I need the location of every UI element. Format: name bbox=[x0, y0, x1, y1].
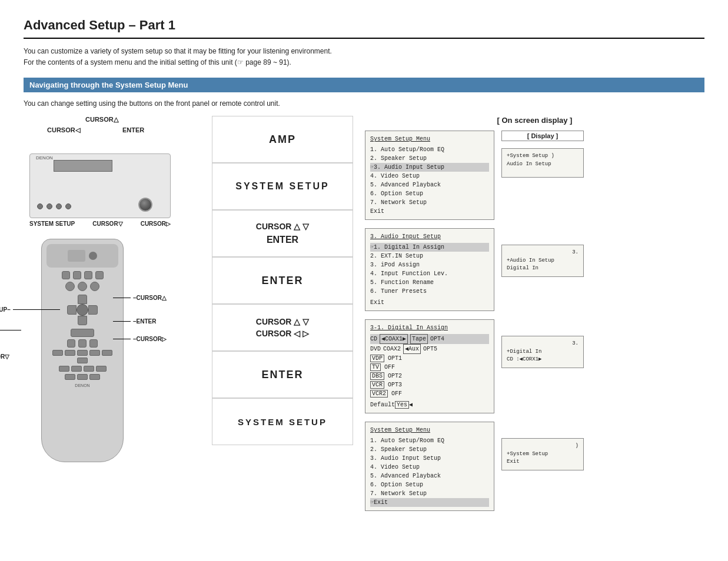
remote-system-setup-label: SYSTEM SETUP– bbox=[0, 306, 60, 313]
osd-screen-2-line-4: 4. Input Function Lev. bbox=[370, 269, 489, 278]
step-system-setup: SYSTEM SETUP bbox=[212, 163, 353, 210]
remote-cursor-right-label: –CURSOR▷ bbox=[113, 336, 167, 342]
osd-display-3: 3. +Digital In CD :◀CORX1▶ bbox=[501, 336, 584, 368]
osd-display-2: 3. +Audio In Setup Digital In bbox=[501, 245, 584, 277]
osd-screen-4-line-6: 6. Option Setup bbox=[370, 480, 489, 489]
osd-display-1-line-1: +System Setup ) bbox=[507, 152, 579, 161]
device-btn-3 bbox=[56, 203, 62, 209]
osd-row-2: 3. Audio Input Setup ☞1. Digital In Assi… bbox=[365, 228, 704, 311]
osd-screen-2-line-2: 2. EXT.IN Setup bbox=[370, 252, 489, 261]
step-enter-1-label: ENTER bbox=[267, 235, 298, 245]
remote-small-btn-4 bbox=[89, 350, 100, 356]
left-column: CURSOR△ CURSOR◁ ENTER DENON SYSTEM SETUP… bbox=[24, 116, 200, 519]
remote-btn-b bbox=[73, 271, 81, 279]
device-top-display bbox=[54, 160, 112, 172]
remote-dpad-down[interactable] bbox=[78, 316, 87, 325]
remote-dpad-center[interactable] bbox=[77, 304, 88, 316]
step-cursor-lr-label: CURSOR ◁ ▷ bbox=[256, 329, 309, 338]
remote-extra-btn-1 bbox=[59, 366, 69, 372]
osd-screen-1-line-6: 6. Option Setup bbox=[370, 189, 489, 198]
osd-display-col-2: 3. +Audio In Setup Digital In bbox=[501, 228, 584, 277]
osd-screen-2: 3. Audio Input Setup ☞1. Digital In Assi… bbox=[365, 228, 494, 311]
remote-small-btn-3 bbox=[77, 350, 88, 356]
osd-screen-4-line-2: 2. Speaker Setup bbox=[370, 445, 489, 454]
osd-screen-3-dvd-row: DVD COAX2 ◀Aux OPT5 bbox=[370, 344, 489, 354]
remote-circle-btn-c bbox=[90, 282, 99, 291]
system-setup-bottom-label: SYSTEM SETUP bbox=[29, 221, 75, 227]
remote-extra-buttons bbox=[46, 366, 118, 372]
osd-display-1: +System Setup ) Audio In Setup bbox=[501, 148, 584, 178]
cursor-down-bottom-label: CURSOR▽ bbox=[92, 221, 122, 227]
cursor-right-bottom-label: CURSOR▷ bbox=[141, 221, 171, 227]
device-labels-bottom: SYSTEM SETUP CURSOR▽ CURSOR▷ bbox=[29, 221, 171, 227]
section-desc: You can change setting using the buttons… bbox=[24, 99, 704, 108]
osd-screen-2-line-1: ☞1. Digital In Assign bbox=[370, 243, 489, 252]
remote-bottom-btn-1 bbox=[65, 374, 75, 380]
osd-display-title-1: [ Display ] bbox=[501, 131, 584, 141]
osd-screen-4-line-3: 3. Audio Input Setup bbox=[370, 454, 489, 463]
osd-screen-2-line-6: 6. Tuner Presets bbox=[370, 287, 489, 296]
remote-cursor-up-label: –CURSOR△ bbox=[113, 295, 167, 301]
remote-top-button bbox=[89, 252, 97, 260]
remote-dpad-up[interactable] bbox=[78, 295, 87, 304]
remote-cursor-left-label: CURSOR◁– bbox=[0, 327, 21, 333]
device-btn-4 bbox=[65, 203, 71, 209]
remote-enter-label: –ENTER bbox=[113, 318, 156, 325]
remote-top-display bbox=[68, 250, 85, 262]
osd-screen-1-line-8: Exit bbox=[370, 207, 489, 216]
remote-extra-btn-4 bbox=[96, 366, 107, 372]
remote-btn-a bbox=[62, 271, 70, 279]
device-top-knob bbox=[138, 198, 152, 212]
device-top-brand-label: DENON bbox=[36, 155, 53, 161]
osd-display-4: ) +System Setup Exit bbox=[501, 438, 584, 470]
step-enter-2: ENTER bbox=[212, 351, 353, 398]
remote-circle-btn-b bbox=[78, 282, 87, 291]
osd-screen-4: System Setup Menu 1. Auto Setup/Room EQ … bbox=[365, 422, 494, 511]
osd-display-2-line-1: 3. bbox=[507, 249, 579, 257]
osd-screen-3-cd-row: CD ◀COAX1▶ Tape OPT4 bbox=[370, 334, 489, 344]
step-enter-2-label: ENTER bbox=[261, 369, 303, 381]
cursor-up-label-top: CURSOR△ bbox=[85, 116, 118, 123]
osd-display-3-line-2: +Digital In bbox=[507, 348, 579, 356]
step-cursor-enter: CURSOR △ ▽ ENTER bbox=[212, 210, 353, 257]
remote-btn-g bbox=[89, 339, 98, 348]
osd-display-col-3: 3. +Digital In CD :◀CORX1▶ bbox=[501, 319, 584, 368]
remote-circle-btn-a bbox=[65, 282, 75, 291]
remote-bottom-btn-2 bbox=[77, 374, 88, 380]
osd-screen-2-line-3: 3. iPod Assign bbox=[370, 261, 489, 269]
on-screen-label: [ On screen display ] bbox=[365, 116, 704, 125]
osd-display-4-line-1: ) bbox=[507, 442, 579, 450]
osd-screen-1: System Setup Menu 1. Auto Setup/Room EQ … bbox=[365, 131, 494, 220]
osd-screen-1-line-2: 2. Speaker Setup bbox=[370, 154, 489, 163]
osd-row-1: System Setup Menu 1. Auto Setup/Room EQ … bbox=[365, 131, 704, 220]
osd-screen-2-line-5: 5. Function Rename bbox=[370, 278, 489, 287]
remote-dpad-left[interactable] bbox=[67, 305, 77, 315]
osd-screen-3-vdp-row: VDP OPT1 bbox=[370, 354, 489, 363]
osd-screen-2-title: 3. Audio Input Setup bbox=[370, 232, 489, 241]
remote-bottom-btn-3 bbox=[89, 374, 100, 380]
remote-dpad-right[interactable] bbox=[88, 305, 98, 315]
osd-display-3-line-3: CD :◀CORX1▶ bbox=[507, 356, 579, 364]
osd-screen-4-line-4: 4. Video Setup bbox=[370, 463, 489, 472]
osd-screen-3-dbs-row: DBS OPT2 bbox=[370, 372, 489, 380]
osd-screen-4-title: System Setup Menu bbox=[370, 426, 489, 435]
section-header: Navigating through the System Setup Menu bbox=[24, 78, 704, 92]
steps-column: AMP SYSTEM SETUP CURSOR △ ▽ ENTER ENTER … bbox=[212, 116, 353, 519]
remote-enter-button[interactable] bbox=[71, 329, 94, 337]
page-title: Advanced Setup – Part 1 bbox=[24, 18, 704, 39]
device-btn-2 bbox=[46, 203, 52, 209]
device-btn-1 bbox=[37, 203, 43, 209]
osd-display-3-line-1: 3. bbox=[507, 340, 579, 348]
osd-screen-1-title: System Setup Menu bbox=[370, 135, 489, 143]
step-cursor-ud2-label: CURSOR △ ▽ bbox=[256, 317, 309, 326]
step-enter: ENTER bbox=[212, 257, 353, 304]
osd-screen-4-line-1: 1. Auto Setup/Room EQ bbox=[370, 436, 489, 445]
osd-screen-1-line-4: 4. Video Setup bbox=[370, 172, 489, 181]
step-enter-label: ENTER bbox=[261, 275, 303, 287]
osd-screen-3: 3-1. Digital In Assign CD ◀COAX1▶ Tape O… bbox=[365, 319, 494, 413]
osd-screen-3-vcr-row: VCR OPT3 bbox=[370, 380, 489, 389]
osd-display-2-line-3: Digital In bbox=[507, 265, 579, 273]
osd-screen-4-line-5: 5. Advanced Playback bbox=[370, 472, 489, 480]
osd-screen-4-line-8: ☞Exit bbox=[370, 498, 489, 507]
osd-display-4-line-2: +System Setup bbox=[507, 450, 579, 459]
